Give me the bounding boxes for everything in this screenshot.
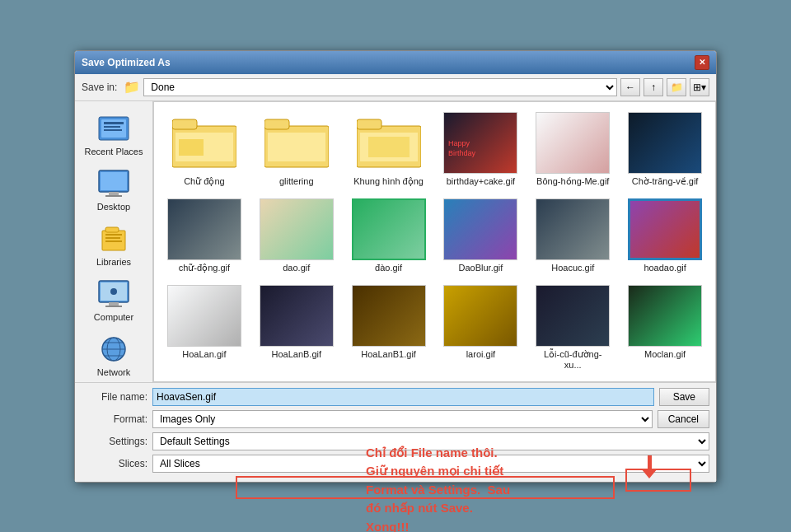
recent-places-label: Recent Places — [85, 147, 143, 156]
settings-row: Settings: Default Settings — [82, 432, 709, 450]
sidebar-item-network[interactable]: Network — [79, 329, 149, 382]
file-name: Chờ-trăng-về.gif — [632, 176, 699, 187]
slices-select[interactable]: All Slices — [152, 455, 709, 473]
file-thumbnail — [260, 285, 334, 347]
list-item[interactable]: laroi.gif — [438, 282, 525, 373]
file-name: dao.gif — [283, 263, 310, 273]
svg-rect-13 — [105, 240, 122, 242]
save-dialog: Save Optimized As ✕ Save in: 📁 Done ← ↑ … — [74, 50, 717, 483]
svg-rect-34 — [368, 137, 410, 157]
desktop-label: Desktop — [97, 202, 130, 212]
save-in-label: Save in: — [82, 82, 117, 93]
file-thumbnail — [167, 112, 241, 174]
list-item[interactable]: HoaLanB1.gif — [345, 282, 433, 373]
title-bar: Save Optimized As ✕ — [75, 51, 716, 74]
file-name: Hoacuc.gif — [551, 263, 594, 273]
svg-point-18 — [110, 288, 117, 295]
nav-new-folder-button[interactable]: 📁 — [667, 78, 686, 96]
file-thumbnail — [628, 285, 702, 347]
list-item[interactable]: HoaLan.gif — [161, 282, 248, 373]
file-thumbnail — [352, 198, 426, 260]
sidebar-item-recent-places[interactable]: Recent Places — [79, 108, 149, 161]
list-item[interactable]: glittering — [253, 109, 340, 190]
save-button[interactable]: Save — [659, 388, 709, 406]
file-name: HoaLanB.gif — [271, 349, 321, 359]
libraries-label: Libraries — [96, 257, 131, 267]
svg-text:Birthday: Birthday — [448, 149, 476, 157]
desktop-icon — [97, 168, 130, 199]
list-item[interactable]: Khung hình động — [345, 109, 433, 190]
file-name: hoadao.gif — [644, 263, 686, 273]
file-name-row: File name: Save — [82, 388, 709, 406]
file-name-input[interactable] — [152, 388, 654, 406]
slices-row: Slices: All Slices — [82, 455, 709, 473]
svg-rect-6 — [101, 172, 127, 190]
svg-rect-8 — [105, 195, 122, 197]
sidebar-item-desktop[interactable]: Desktop — [79, 163, 149, 217]
svg-rect-16 — [109, 302, 119, 306]
svg-rect-32 — [357, 119, 381, 129]
file-name: Khung hình động — [353, 176, 424, 187]
file-name: HoaLanB1.gif — [361, 349, 416, 359]
file-thumbnail — [260, 198, 334, 260]
settings-select[interactable]: Default Settings — [152, 432, 709, 450]
list-item[interactable]: Chờ-trăng-về.gif — [621, 109, 709, 190]
list-item[interactable]: HappyBirthday birthday+cake.gif — [438, 109, 525, 190]
close-button[interactable]: ✕ — [695, 55, 709, 70]
save-in-dropdown[interactable]: Done — [143, 78, 617, 96]
file-grid: Chữ động glittering — [153, 101, 716, 382]
file-name-label: File name: — [82, 391, 147, 403]
svg-rect-30 — [268, 133, 325, 161]
file-thumbnail — [628, 198, 702, 260]
list-item[interactable]: dao.gif — [253, 195, 340, 277]
list-item[interactable]: Lỗi-cũ-đường-xu... — [529, 282, 616, 373]
cancel-button[interactable]: Cancel — [658, 410, 709, 428]
svg-rect-3 — [104, 126, 120, 128]
file-name: DaoBlur.gif — [459, 263, 503, 273]
format-label: Format: — [82, 413, 147, 425]
sidebar-item-libraries[interactable]: Libraries — [79, 218, 149, 272]
close-icon: ✕ — [699, 58, 705, 67]
network-label: Network — [97, 367, 130, 377]
sidebar-item-computer[interactable]: Computer — [79, 273, 149, 327]
recent-places-icon — [97, 113, 130, 144]
svg-rect-29 — [264, 119, 289, 129]
svg-rect-4 — [104, 129, 122, 131]
list-item[interactable]: đào.gif — [345, 195, 433, 277]
file-name: birthday+cake.gif — [447, 176, 515, 186]
file-thumbnail — [536, 112, 610, 174]
list-item[interactable]: Bông-hồng-Me.gif — [529, 109, 616, 190]
list-item[interactable]: chữ-động.gif — [161, 195, 248, 277]
list-item[interactable]: HoaLanB.gif — [253, 282, 340, 373]
file-name: laroi.gif — [466, 349, 495, 359]
dialog-wrapper: Save Optimized As ✕ Save in: 📁 Done ← ↑ … — [74, 50, 717, 483]
file-thumbnail — [352, 112, 426, 174]
libraries-icon — [97, 223, 130, 254]
nav-views-button[interactable]: ⊞▾ — [690, 78, 709, 96]
format-row: Format: Images Only Cancel — [82, 410, 709, 428]
file-thumbnail — [443, 285, 517, 347]
file-thumbnail — [443, 198, 517, 260]
list-item[interactable]: Chữ động — [161, 109, 248, 190]
svg-rect-2 — [104, 122, 124, 124]
file-thumbnail — [536, 285, 610, 347]
toolbar: Save in: 📁 Done ← ↑ 📁 ⊞▾ — [75, 74, 716, 101]
file-name: Bông-hồng-Me.gif — [536, 176, 609, 187]
file-thumbnail — [167, 198, 241, 260]
nav-back-button[interactable]: ← — [620, 78, 640, 96]
svg-rect-11 — [105, 234, 122, 236]
file-name: đào.gif — [375, 263, 402, 273]
list-item[interactable]: Hoacuc.gif — [529, 195, 616, 277]
list-item[interactable]: Moclan.gif — [621, 282, 709, 373]
file-name: glittering — [279, 176, 314, 186]
sidebar: Recent Places Desktop — [75, 101, 153, 382]
bottom-panel: File name: Save Format: Images Only Canc… — [75, 382, 716, 482]
svg-rect-27 — [179, 139, 204, 156]
file-thumbnail — [167, 285, 241, 347]
list-item[interactable]: hoadao.gif — [621, 195, 709, 277]
nav-up-button[interactable]: ↑ — [644, 78, 663, 96]
slices-label: Slices: — [82, 458, 147, 469]
file-name: Chữ động — [184, 176, 224, 187]
list-item[interactable]: DaoBlur.gif — [438, 195, 525, 277]
format-select[interactable]: Images Only — [152, 410, 653, 428]
